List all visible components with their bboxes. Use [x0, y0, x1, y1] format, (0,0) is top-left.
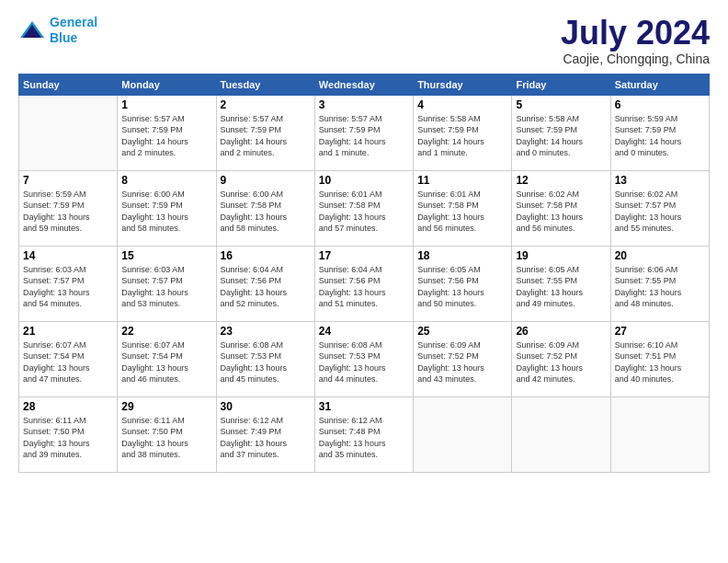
day-info: Sunrise: 5:59 AM Sunset: 7:59 PM Dayligh… — [23, 189, 113, 235]
table-row: 12Sunrise: 6:02 AM Sunset: 7:58 PM Dayli… — [512, 170, 610, 246]
day-info: Sunrise: 6:07 AM Sunset: 7:54 PM Dayligh… — [121, 339, 211, 385]
day-info: Sunrise: 6:11 AM Sunset: 7:50 PM Dayligh… — [121, 415, 211, 461]
col-saturday: Saturday — [610, 74, 709, 95]
day-number: 28 — [23, 400, 113, 413]
title-block: July 2024 Caojie, Chongqing, China — [561, 15, 710, 66]
day-info: Sunrise: 6:04 AM Sunset: 7:56 PM Dayligh… — [319, 264, 409, 310]
table-row: 27Sunrise: 6:10 AM Sunset: 7:51 PM Dayli… — [610, 321, 709, 396]
table-row: 6Sunrise: 5:59 AM Sunset: 7:59 PM Daylig… — [610, 95, 709, 170]
day-number: 2 — [221, 98, 311, 111]
day-number: 18 — [417, 249, 507, 262]
day-info: Sunrise: 6:10 AM Sunset: 7:51 PM Dayligh… — [615, 339, 705, 385]
day-number: 26 — [516, 325, 606, 338]
logo-text: General Blue — [50, 15, 97, 46]
day-info: Sunrise: 6:11 AM Sunset: 7:50 PM Dayligh… — [23, 415, 113, 461]
table-row: 9Sunrise: 6:00 AM Sunset: 7:58 PM Daylig… — [216, 170, 314, 246]
day-info: Sunrise: 6:06 AM Sunset: 7:55 PM Dayligh… — [615, 264, 705, 310]
day-number: 15 — [121, 249, 211, 262]
table-row: 15Sunrise: 6:03 AM Sunset: 7:57 PM Dayli… — [118, 246, 216, 321]
day-number: 9 — [221, 174, 311, 187]
day-info: Sunrise: 5:57 AM Sunset: 7:59 PM Dayligh… — [121, 113, 211, 159]
table-row: 1Sunrise: 5:57 AM Sunset: 7:59 PM Daylig… — [118, 95, 216, 170]
day-number: 27 — [615, 325, 705, 338]
table-row: 21Sunrise: 6:07 AM Sunset: 7:54 PM Dayli… — [19, 321, 118, 396]
table-row: 31Sunrise: 6:12 AM Sunset: 7:48 PM Dayli… — [314, 396, 413, 472]
calendar-week-row: 1Sunrise: 5:57 AM Sunset: 7:59 PM Daylig… — [19, 95, 710, 170]
table-row: 28Sunrise: 6:11 AM Sunset: 7:50 PM Dayli… — [19, 396, 118, 472]
day-number: 17 — [319, 249, 409, 262]
day-number: 7 — [23, 174, 113, 187]
day-number: 13 — [615, 174, 705, 187]
day-number: 29 — [121, 400, 211, 413]
day-info: Sunrise: 6:12 AM Sunset: 7:49 PM Dayligh… — [221, 415, 311, 461]
day-number: 21 — [23, 325, 113, 338]
day-info: Sunrise: 5:59 AM Sunset: 7:59 PM Dayligh… — [615, 113, 705, 159]
day-number: 10 — [319, 174, 409, 187]
day-info: Sunrise: 6:09 AM Sunset: 7:52 PM Dayligh… — [516, 339, 606, 385]
calendar-header-row: Sunday Monday Tuesday Wednesday Thursday… — [19, 74, 710, 95]
day-info: Sunrise: 6:00 AM Sunset: 7:59 PM Dayligh… — [121, 189, 211, 235]
day-number: 4 — [417, 98, 507, 111]
day-info: Sunrise: 6:01 AM Sunset: 7:58 PM Dayligh… — [417, 189, 507, 235]
day-number: 23 — [221, 325, 311, 338]
day-number: 22 — [121, 325, 211, 338]
day-info: Sunrise: 6:12 AM Sunset: 7:48 PM Dayligh… — [319, 415, 409, 461]
col-wednesday: Wednesday — [314, 74, 413, 95]
table-row: 25Sunrise: 6:09 AM Sunset: 7:52 PM Dayli… — [414, 321, 512, 396]
col-monday: Monday — [118, 74, 216, 95]
table-row: 30Sunrise: 6:12 AM Sunset: 7:49 PM Dayli… — [216, 396, 314, 472]
table-row: 16Sunrise: 6:04 AM Sunset: 7:56 PM Dayli… — [216, 246, 314, 321]
table-row: 24Sunrise: 6:08 AM Sunset: 7:53 PM Dayli… — [314, 321, 413, 396]
day-info: Sunrise: 6:05 AM Sunset: 7:56 PM Dayligh… — [417, 264, 507, 310]
day-info: Sunrise: 5:58 AM Sunset: 7:59 PM Dayligh… — [417, 113, 507, 159]
table-row: 18Sunrise: 6:05 AM Sunset: 7:56 PM Dayli… — [414, 246, 512, 321]
table-row — [610, 396, 709, 472]
logo-line1: General — [50, 15, 97, 29]
day-info: Sunrise: 6:05 AM Sunset: 7:55 PM Dayligh… — [516, 264, 606, 310]
table-row: 10Sunrise: 6:01 AM Sunset: 7:58 PM Dayli… — [314, 170, 413, 246]
day-number: 20 — [615, 249, 705, 262]
day-info: Sunrise: 6:04 AM Sunset: 7:56 PM Dayligh… — [221, 264, 311, 310]
table-row: 4Sunrise: 5:58 AM Sunset: 7:59 PM Daylig… — [414, 95, 512, 170]
col-thursday: Thursday — [414, 74, 512, 95]
table-row — [512, 396, 610, 472]
month-title: July 2024 — [561, 15, 710, 52]
calendar-week-row: 21Sunrise: 6:07 AM Sunset: 7:54 PM Dayli… — [19, 321, 710, 396]
table-row: 17Sunrise: 6:04 AM Sunset: 7:56 PM Dayli… — [314, 246, 413, 321]
table-row: 7Sunrise: 5:59 AM Sunset: 7:59 PM Daylig… — [19, 170, 118, 246]
table-row: 22Sunrise: 6:07 AM Sunset: 7:54 PM Dayli… — [118, 321, 216, 396]
day-number: 25 — [417, 325, 507, 338]
table-row: 11Sunrise: 6:01 AM Sunset: 7:58 PM Dayli… — [414, 170, 512, 246]
logo-icon — [18, 19, 46, 41]
table-row — [414, 396, 512, 472]
day-info: Sunrise: 5:57 AM Sunset: 7:59 PM Dayligh… — [221, 113, 311, 159]
page: General Blue July 2024 Caojie, Chongqing… — [0, 0, 728, 563]
calendar-week-row: 28Sunrise: 6:11 AM Sunset: 7:50 PM Dayli… — [19, 396, 710, 472]
table-row — [19, 95, 118, 170]
day-number: 1 — [121, 98, 211, 111]
calendar-table: Sunday Monday Tuesday Wednesday Thursday… — [18, 74, 710, 473]
day-info: Sunrise: 6:07 AM Sunset: 7:54 PM Dayligh… — [23, 339, 113, 385]
table-row: 26Sunrise: 6:09 AM Sunset: 7:52 PM Dayli… — [512, 321, 610, 396]
day-info: Sunrise: 6:03 AM Sunset: 7:57 PM Dayligh… — [23, 264, 113, 310]
day-number: 5 — [516, 98, 606, 111]
calendar-week-row: 7Sunrise: 5:59 AM Sunset: 7:59 PM Daylig… — [19, 170, 710, 246]
table-row: 2Sunrise: 5:57 AM Sunset: 7:59 PM Daylig… — [216, 95, 314, 170]
day-info: Sunrise: 6:03 AM Sunset: 7:57 PM Dayligh… — [121, 264, 211, 310]
day-number: 12 — [516, 174, 606, 187]
table-row: 29Sunrise: 6:11 AM Sunset: 7:50 PM Dayli… — [118, 396, 216, 472]
table-row: 14Sunrise: 6:03 AM Sunset: 7:57 PM Dayli… — [19, 246, 118, 321]
day-info: Sunrise: 5:58 AM Sunset: 7:59 PM Dayligh… — [516, 113, 606, 159]
day-info: Sunrise: 6:08 AM Sunset: 7:53 PM Dayligh… — [319, 339, 409, 385]
logo: General Blue — [18, 15, 97, 46]
day-number: 11 — [417, 174, 507, 187]
table-row: 3Sunrise: 5:57 AM Sunset: 7:59 PM Daylig… — [314, 95, 413, 170]
table-row: 20Sunrise: 6:06 AM Sunset: 7:55 PM Dayli… — [610, 246, 709, 321]
day-info: Sunrise: 6:09 AM Sunset: 7:52 PM Dayligh… — [417, 339, 507, 385]
day-number: 14 — [23, 249, 113, 262]
day-info: Sunrise: 6:01 AM Sunset: 7:58 PM Dayligh… — [319, 189, 409, 235]
table-row: 5Sunrise: 5:58 AM Sunset: 7:59 PM Daylig… — [512, 95, 610, 170]
calendar-week-row: 14Sunrise: 6:03 AM Sunset: 7:57 PM Dayli… — [19, 246, 710, 321]
table-row: 19Sunrise: 6:05 AM Sunset: 7:55 PM Dayli… — [512, 246, 610, 321]
day-info: Sunrise: 6:00 AM Sunset: 7:58 PM Dayligh… — [221, 189, 311, 235]
